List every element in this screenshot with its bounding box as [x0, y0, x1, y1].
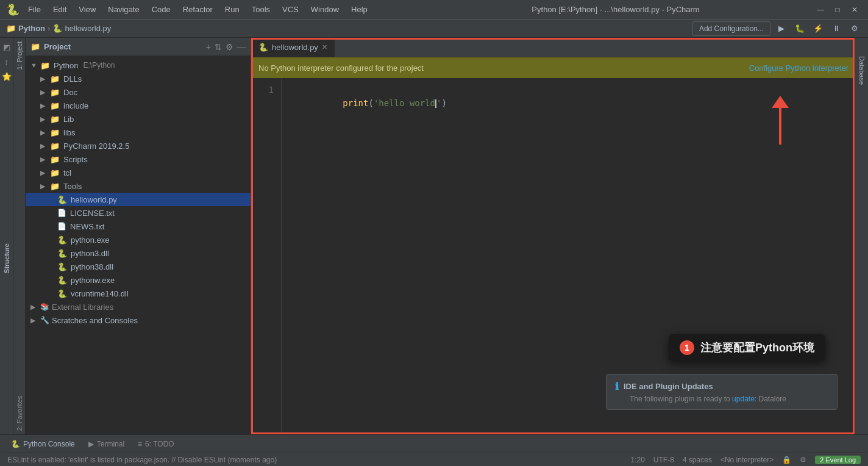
status-left-text: ESLint is enabled: 'eslint' is listed in… — [7, 456, 625, 464]
update-link[interactable]: update — [732, 395, 755, 403]
project-settings-icon[interactable]: ⚙ — [226, 42, 233, 52]
tree-item-lib[interactable]: ▶ 📁 Lib — [26, 112, 251, 126]
tree-item-news[interactable]: ▶ 📄 NEWS.txt — [26, 220, 251, 233]
tree-item-dlls[interactable]: ▶ 📁 DLLs — [26, 72, 251, 85]
callout-text: 注意要配置Python环境 — [700, 340, 814, 355]
tree-item-pycharm[interactable]: ▶ 📁 PyCharm 2019.2.5 — [26, 139, 251, 152]
tree-item-tcl[interactable]: ▶ 📁 tcl — [26, 166, 251, 179]
tree-item-python38dll[interactable]: ▶ 🐍 python38.dll — [26, 260, 251, 273]
root-folder-icon: 📁 — [40, 61, 50, 70]
update-title: ℹ IDE and Plugin Updates — [615, 381, 828, 392]
status-position[interactable]: 1:20 — [631, 456, 645, 464]
python-exe-label: python.exe — [71, 235, 110, 245]
menu-navigate[interactable]: Navigate — [103, 4, 144, 15]
todo-tab[interactable]: ≡ 6: TODO — [132, 437, 180, 451]
todo-icon: ≡ — [138, 440, 142, 448]
debug-button[interactable]: 🐛 — [792, 21, 807, 36]
scratches-label: Scratches and Consoles — [52, 316, 138, 325]
tree-item-doc[interactable]: ▶ 📁 Doc — [26, 85, 251, 99]
status-interpreter[interactable]: <No interpreter> — [720, 456, 774, 464]
tree-item-helloworld[interactable]: ▶ 🐍 helloworld.py — [26, 193, 251, 206]
tree-item-scratches[interactable]: ▶ 🔧 Scratches and Consoles — [26, 314, 251, 327]
status-encoding[interactable]: UTF-8 — [653, 456, 674, 464]
pause-button[interactable]: ⏸ — [829, 21, 844, 36]
breadcrumb-python[interactable]: Python — [18, 24, 45, 33]
code-paren-open: ( — [368, 98, 373, 108]
structure-tab-label[interactable]: Structure — [1, 238, 12, 278]
project-minimize-icon[interactable]: — — [237, 42, 246, 52]
include-expand-icon: ▶ — [40, 102, 48, 110]
project-panel-tab[interactable]: 1: Project — [14, 38, 25, 73]
main-layout: 📁 Python › 🐍 helloworld.py Add Configura… — [0, 20, 868, 466]
tree-item-license[interactable]: ▶ 📄 LICENSE.txt — [26, 206, 251, 220]
project-panel-title: Project — [44, 42, 71, 51]
title-bar: 🐍 File Edit View Navigate Code Refactor … — [0, 0, 868, 20]
left-icon-3[interactable]: ⭐ — [1, 71, 12, 82]
tcl-label: tcl — [63, 168, 71, 177]
settings-button[interactable]: ⚙ — [847, 21, 862, 36]
update-body-text: The following plugin is ready to — [630, 395, 730, 403]
root-expand-icon: ▼ — [30, 62, 38, 69]
tree-item-libs[interactable]: ▶ 📁 libs — [26, 126, 251, 139]
tree-item-pythonw[interactable]: ▶ 🐍 pythonw.exe — [26, 273, 251, 287]
scripts-label: Scripts — [63, 155, 88, 164]
update-body: The following plugin is ready to update:… — [615, 395, 828, 403]
lib-label: Lib — [63, 115, 74, 124]
terminal-tab[interactable]: ▶ Terminal — [82, 437, 130, 451]
tree-item-python3dll[interactable]: ▶ 🐍 python3.dll — [26, 246, 251, 260]
info-icon: ℹ — [615, 381, 619, 392]
menu-help[interactable]: Help — [346, 4, 372, 15]
tree-item-include[interactable]: ▶ 📁 include — [26, 99, 251, 112]
project-panel-wrapper: 1: Project 2: Favorites 📁 Project + ⇅ ⚙ … — [13, 38, 251, 434]
breadcrumb-file[interactable]: helloworld.py — [65, 24, 111, 33]
menu-view[interactable]: View — [74, 4, 101, 15]
tab-close-button[interactable]: ✕ — [322, 43, 327, 51]
close-button[interactable]: ✕ — [847, 4, 862, 16]
menu-refactor[interactable]: Refactor — [178, 4, 218, 15]
code-paren-close: ) — [441, 98, 446, 108]
line-numbers: 1 — [251, 78, 282, 434]
editor-tab-helloworld[interactable]: 🐍 helloworld.py ✕ — [251, 38, 335, 57]
python-console-tab[interactable]: 🐍 Python Console — [5, 437, 81, 451]
tree-item-vcruntime[interactable]: ▶ 🐍 vcruntime140.dll — [26, 287, 251, 300]
editor-tabs: 🐍 helloworld.py ✕ — [251, 38, 868, 57]
helloworld-label: helloworld.py — [71, 195, 117, 204]
run-with-coverage[interactable]: ⚡ — [811, 21, 825, 36]
tree-item-root[interactable]: ▼ 📁 Python E:\Python — [26, 59, 251, 72]
event-log-button[interactable]: 2 Event Log — [815, 456, 861, 464]
libs-label: libs — [63, 128, 76, 137]
menu-run[interactable]: Run — [220, 4, 244, 15]
tree-item-external-libs[interactable]: ▶ 📚 External Libraries — [26, 300, 251, 314]
tab-filename: helloworld.py — [272, 43, 318, 52]
tree-item-tools[interactable]: ▶ 📁 Tools — [26, 179, 251, 193]
project-sort-icon[interactable]: ⇅ — [215, 42, 222, 52]
menu-code[interactable]: Code — [147, 4, 176, 15]
project-header: 📁 Project + ⇅ ⚙ — — [26, 38, 251, 56]
project-add-icon[interactable]: + — [206, 42, 211, 52]
maximize-button[interactable]: □ — [830, 4, 845, 16]
minimize-button[interactable]: — — [813, 4, 828, 16]
project-tree: ▼ 📁 Python E:\Python ▶ 📁 DLLs ▶ 📁 — [26, 56, 251, 434]
menu-edit[interactable]: Edit — [48, 4, 71, 15]
status-lock-icon: 🔒 — [782, 456, 791, 464]
database-tab[interactable]: Database — [856, 52, 867, 88]
menu-file[interactable]: File — [23, 4, 46, 15]
window-title: Python [E:\Python] - ...\helloworld.py -… — [418, 5, 813, 14]
tools-expand-icon: ▶ — [40, 182, 48, 190]
breadcrumb-sep: › — [48, 24, 50, 33]
menu-window[interactable]: Window — [306, 4, 344, 15]
configure-python-interpreter-link[interactable]: Configure Python interpreter — [749, 63, 848, 73]
menu-vcs[interactable]: VCS — [277, 4, 304, 15]
project-folder-icon: 📁 — [30, 42, 40, 51]
left-icon-2[interactable]: ↕ — [1, 56, 12, 67]
tree-item-scripts[interactable]: ▶ 📁 Scripts — [26, 152, 251, 166]
menu-tools[interactable]: Tools — [247, 4, 275, 15]
add-configuration-button[interactable]: Add Configuration... — [692, 21, 770, 36]
tree-item-python-exe[interactable]: ▶ 🐍 python.exe — [26, 233, 251, 246]
include-label: include — [63, 101, 88, 110]
far-left-tabs: ◩ ↕ ⭐ Structure — [0, 38, 13, 434]
favorites-panel-tab[interactable]: 2: Favorites — [14, 392, 25, 434]
run-button[interactable]: ▶ — [774, 21, 789, 36]
left-icon-1[interactable]: ◩ — [1, 41, 12, 52]
status-indent[interactable]: 4 spaces — [683, 456, 712, 464]
